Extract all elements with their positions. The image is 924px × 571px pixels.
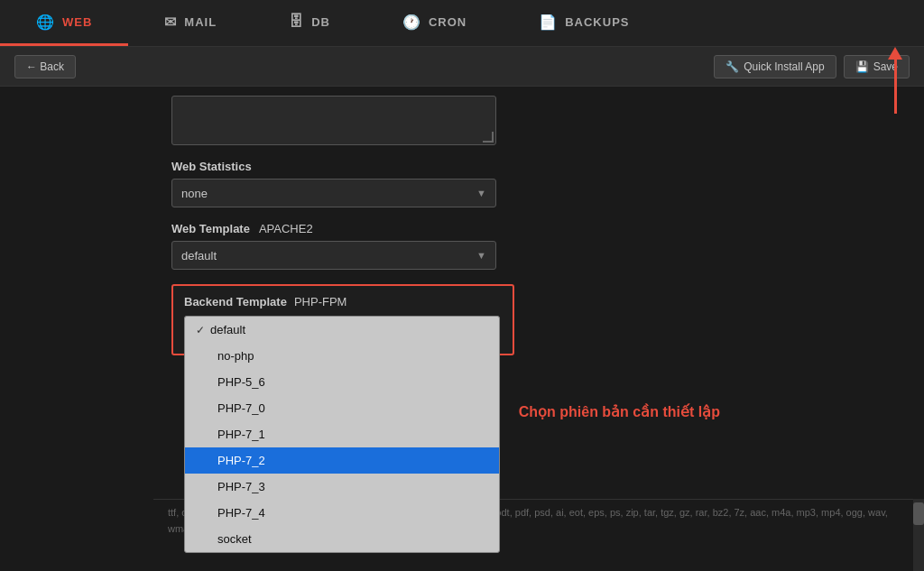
web-template-row: Web Template APACHE2 [171,222,514,235]
dropdown-item-no-php[interactable]: no-php [185,343,499,369]
item-label-php70: PHP-7_0 [217,401,265,415]
web-template-select[interactable]: default ▼ [171,241,496,270]
web-template-apache: APACHE2 [259,222,313,235]
tab-db-label: DB [311,15,330,29]
item-label-php73: PHP-7_3 [217,480,265,493]
web-statistics-select[interactable]: none ▼ [171,179,496,207]
save-icon: 💾 [855,60,869,73]
dropdown-item-default[interactable]: ✓ default [185,317,499,343]
quick-install-label: Quick Install App [744,60,824,73]
item-label-default: default [210,323,245,336]
quick-install-button[interactable]: 🔧 Quick Install App [714,55,836,78]
tab-cron[interactable]: 🕐 CRON [366,0,503,46]
item-label-php72: PHP-7_2 [217,454,265,467]
dropdown-item-php56[interactable]: PHP-5_6 [185,369,499,395]
web-template-select-value: default [181,249,217,262]
tab-web[interactable]: 🌐 WEB [0,0,128,46]
dropdown-item-php71[interactable]: PHP-7_1 [185,421,499,447]
tab-mail[interactable]: ✉ MAIL [128,0,253,46]
toolbar: ← Back 🔧 Quick Install App 💾 Save [0,47,924,87]
web-template-label: Web Template [171,222,250,235]
save-button[interactable]: 💾 Save [844,55,910,78]
item-label-no-php: no-php [217,349,254,363]
back-label: ← Back [26,60,64,73]
backend-template-value: PHP-FPM [294,295,347,309]
back-button[interactable]: ← Back [14,55,76,78]
backend-template-label: Backend Template [184,295,287,309]
item-label-php71: PHP-7_1 [217,428,265,441]
db-icon: 🗄 [289,14,304,30]
tab-web-label: WEB [62,15,92,29]
backend-template-dropdown[interactable]: default ▼ ✓ default no-php [184,316,500,345]
save-label: Save [873,60,898,73]
backend-template-container: Backend Template PHP-FPM default ▼ ✓ def… [171,284,514,355]
wrench-icon: 🔧 [725,60,739,73]
item-label-php74: PHP-7_4 [217,506,265,520]
tab-backups-label: BACKUPS [565,15,629,29]
mail-icon: ✉ [164,14,177,31]
tooltip-text: Chọn phiên bản cần thiết lập [519,403,720,420]
backup-icon: 📄 [539,14,558,31]
tab-backups[interactable]: 📄 BACKUPS [503,0,665,46]
dropdown-item-socket[interactable]: socket [185,526,499,552]
check-icon: ✓ [196,324,205,336]
dropdown-item-php73[interactable]: PHP-7_3 [185,474,499,500]
tab-db[interactable]: 🗄 DB [253,0,366,46]
web-statistics-value: none [181,187,208,200]
web-template-arrow-icon: ▼ [476,250,486,261]
dropdown-item-php70[interactable]: PHP-7_0 [185,395,499,421]
item-label-socket: socket [217,532,252,546]
form-area: Web Statistics none ▼ Web Template APACH… [153,87,532,571]
dropdown-item-php72[interactable]: PHP-7_2 [185,447,499,474]
web-statistics-label: Web Statistics [171,160,514,173]
tab-cron-label: CRON [429,15,467,29]
clock-icon: 🕐 [402,14,421,31]
tab-mail-label: MAIL [184,15,217,29]
item-label-php56: PHP-5_6 [217,375,265,389]
web-icon: 🌐 [36,14,55,31]
dropdown-item-php74[interactable]: PHP-7_4 [185,500,499,526]
select-arrow-icon: ▼ [476,188,486,198]
notes-textarea[interactable] [171,96,496,145]
dropdown-menu: ✓ default no-php PHP-5_6 [184,316,500,553]
top-nav: 🌐 WEB ✉ MAIL 🗄 DB 🕐 CRON 📄 BACKUPS [0,0,924,47]
